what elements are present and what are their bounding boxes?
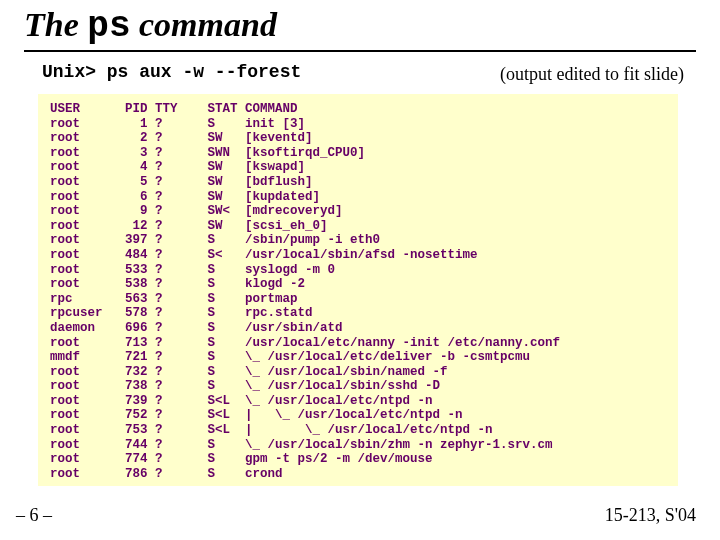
terminal-output: USER PID TTY STAT COMMAND root 1 ? S ini…	[38, 94, 678, 486]
slide-title: The ps command	[24, 6, 277, 47]
title-suffix: command	[131, 6, 277, 43]
title-underline	[24, 50, 696, 52]
course-label: 15-213, S'04	[605, 505, 696, 526]
ps-output-table: USER PID TTY STAT COMMAND root 1 ? S ini…	[50, 102, 668, 481]
slide: The ps command Unix> ps aux -w --forest …	[0, 0, 720, 540]
edited-note: (output edited to fit slide)	[500, 64, 684, 85]
title-cmd: ps	[87, 6, 130, 47]
command-line: Unix> ps aux -w --forest	[42, 62, 301, 82]
title-prefix: The	[24, 6, 87, 43]
page-number: – 6 –	[16, 505, 52, 526]
